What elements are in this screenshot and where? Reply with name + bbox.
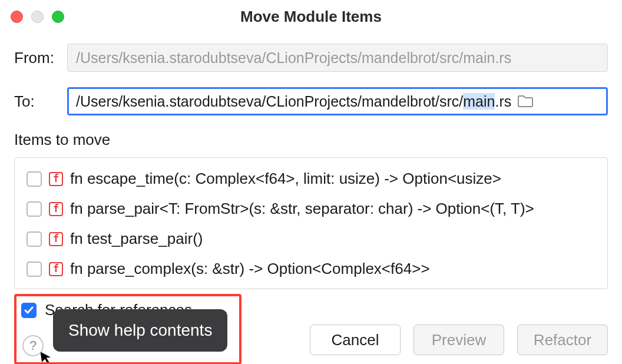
item-label: fn test_parse_pair() xyxy=(70,230,203,248)
items-section-label: Items to move xyxy=(14,131,608,149)
function-icon: f xyxy=(49,172,63,186)
item-checkbox[interactable] xyxy=(27,201,42,217)
item-label: fn escape_time(c: Complex<f64>, limit: u… xyxy=(70,170,501,188)
to-field[interactable]: /Users/ksenia.starodubtseva/CLionProject… xyxy=(67,87,608,115)
item-checkbox[interactable] xyxy=(27,231,42,247)
function-icon: f xyxy=(49,202,63,216)
help-tooltip: Show help contents xyxy=(53,309,227,352)
from-value: /Users/ksenia.starodubtseva/CLionProject… xyxy=(76,49,511,67)
item-checkbox[interactable] xyxy=(27,171,42,187)
item-checkbox[interactable] xyxy=(27,262,42,277)
function-icon: f xyxy=(49,232,63,246)
titlebar: Move Module Items xyxy=(0,0,622,33)
bottom-zone: Search for references ? Show help conten… xyxy=(14,292,608,364)
window-title: Move Module Items xyxy=(0,8,622,26)
help-button[interactable]: ? xyxy=(22,335,44,356)
from-field: /Users/ksenia.starodubtseva/CLionProject… xyxy=(67,44,608,72)
window-controls xyxy=(11,11,64,23)
to-value: /Users/ksenia.starodubtseva/CLionProject… xyxy=(76,93,511,110)
item-row[interactable]: f fn escape_time(c: Complex<f64>, limit:… xyxy=(27,170,595,188)
item-row[interactable]: f fn test_parse_pair() xyxy=(27,230,595,248)
dialog-buttons: Cancel Preview Refactor xyxy=(310,325,608,355)
items-list: f fn escape_time(c: Complex<f64>, limit:… xyxy=(14,157,608,289)
item-label: fn parse_complex(s: &str) -> Option<Comp… xyxy=(70,260,430,278)
function-icon: f xyxy=(49,262,63,276)
search-references-checkbox[interactable] xyxy=(21,303,37,318)
item-row[interactable]: f fn parse_pair<T: FromStr>(s: &str, sep… xyxy=(27,200,595,218)
from-label: From: xyxy=(14,49,67,67)
browse-folder-icon[interactable] xyxy=(517,95,534,108)
cancel-button[interactable]: Cancel xyxy=(310,325,401,355)
help-icon: ? xyxy=(29,338,37,353)
item-label: fn parse_pair<T: FromStr>(s: &str, separ… xyxy=(70,200,534,218)
close-window-button[interactable] xyxy=(11,11,23,23)
preview-button[interactable]: Preview xyxy=(413,325,504,355)
maximize-window-button[interactable] xyxy=(52,11,64,23)
minimize-window-button[interactable] xyxy=(31,11,44,23)
item-row[interactable]: f fn parse_complex(s: &str) -> Option<Co… xyxy=(27,260,595,278)
refactor-button[interactable]: Refactor xyxy=(517,325,608,355)
to-label: To: xyxy=(14,92,67,111)
